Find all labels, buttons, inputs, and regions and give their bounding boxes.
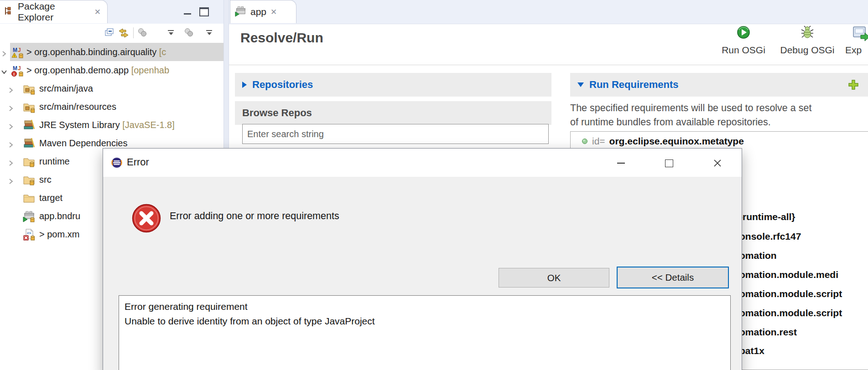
tree-item-decorator: [c: [159, 47, 166, 57]
tree-item-label: Maven Dependencies: [39, 138, 127, 148]
tree-item-label: app.bndru: [39, 211, 80, 221]
tree-item-src-main-java[interactable]: src/main/java: [0, 79, 223, 98]
section-expanded-icon[interactable]: [577, 82, 584, 87]
details-button-label: << Details: [652, 272, 694, 283]
bndrun-file-icon: [23, 210, 35, 225]
requirement-item-clipped[interactable]: omation.module.script: [739, 308, 842, 319]
requirement-item-clipped[interactable]: pat1x: [739, 345, 764, 356]
error-dialog: Error Error adding one or more requireme…: [103, 148, 742, 370]
dialog-title: Error: [127, 156, 149, 168]
section-title: Run Requirements: [589, 79, 679, 91]
tree-item-label: src/main/java: [39, 83, 93, 93]
action-label: Exp: [845, 45, 868, 56]
chevron-right-icon[interactable]: [1, 49, 7, 59]
tab-title: app: [250, 6, 266, 17]
package-explorer-toolbar: [0, 24, 223, 43]
tree-item-label: > pom.xm: [39, 229, 79, 239]
chevron-down-icon[interactable]: [1, 67, 7, 77]
section-repositories[interactable]: Repositories: [235, 73, 551, 97]
export-icon: [845, 26, 868, 42]
tree-item-label: runtime: [39, 156, 70, 166]
tree-item-demo-app-project[interactable]: MJ! > org.openhab.demo.app [openhab: [0, 61, 223, 79]
close-icon[interactable]: ✕: [270, 8, 277, 16]
section-title: Browse Repos: [242, 107, 312, 119]
folder-bnd-icon: [23, 155, 35, 170]
tab-app-editor[interactable]: app ✕: [230, 0, 296, 23]
requirement-item-clipped[interactable]: -runtime-all}: [739, 211, 795, 222]
tab-title: Package Explorer: [18, 1, 90, 23]
editor-tabstrip: [229, 0, 868, 24]
dialog-titlebar[interactable]: Error: [103, 149, 742, 177]
overlapping-circles-icon-2[interactable]: [183, 27, 194, 40]
maximize-view-icon[interactable]: [199, 7, 209, 16]
add-requirement-icon[interactable]: [848, 79, 859, 92]
tree-item-jre-system-library[interactable]: JRE System Library [JavaSE-1.8]: [0, 116, 223, 134]
requirement-value: org.eclipse.equinox.metatype: [609, 136, 744, 147]
details-line: Error generating requirement: [125, 299, 725, 314]
export-button[interactable]: Exp: [845, 26, 868, 57]
svg-text:!: !: [13, 72, 15, 77]
svg-text:<>: <>: [27, 231, 31, 235]
tree-item-src-main-resources[interactable]: src/main/resources: [0, 98, 223, 116]
maven-project-error-icon: MJ!: [11, 64, 24, 79]
details-button[interactable]: << Details: [617, 267, 729, 288]
requirement-item-clipped[interactable]: omation.module.medi: [739, 269, 838, 280]
tree-item-label: src: [39, 175, 52, 185]
chevron-right-icon[interactable]: [8, 158, 14, 169]
run-osgi-icon: [714, 26, 773, 42]
source-folder-icon: [23, 82, 35, 97]
details-line: Unable to derive identity from an object…: [125, 314, 725, 329]
debug-osgi-icon: [773, 26, 842, 42]
chevron-right-icon[interactable]: [8, 122, 14, 132]
overlapping-circles-icon[interactable]: [137, 27, 148, 40]
tree-item-label: src/main/resources: [39, 102, 116, 112]
minimize-view-icon[interactable]: [184, 13, 191, 15]
requirement-item-clipped[interactable]: omation.module.script: [739, 288, 842, 299]
chevron-right-icon[interactable]: [8, 176, 14, 187]
collapse-all-icon[interactable]: [104, 27, 115, 40]
dialog-message: Error adding one or more requirements: [170, 211, 339, 222]
tree-item-decorator: [openhab: [131, 65, 169, 75]
dialog-minimize-icon[interactable]: [614, 157, 627, 170]
eclipse-workbench: Package Explorer ✕: [0, 0, 868, 370]
svg-text:M: M: [13, 47, 17, 53]
action-label: Run OSGi: [714, 45, 773, 56]
svg-text:J: J: [18, 65, 21, 72]
tree-item-label: > org.openhab.binding.airquality: [26, 47, 159, 57]
section-collapsed-icon[interactable]: [242, 82, 247, 88]
eclipse-logo-icon: [111, 157, 123, 170]
form-separator: [229, 65, 868, 65]
toolbar-separator: [133, 27, 134, 38]
folder-icon: [23, 192, 35, 206]
tree-item-label: target: [39, 193, 62, 203]
search-input[interactable]: [242, 124, 549, 144]
ok-button[interactable]: OK: [499, 268, 609, 288]
requirement-bullet-icon: [582, 136, 588, 147]
debug-osgi-button[interactable]: Debug OSGi: [773, 26, 842, 57]
source-folder-icon: [23, 101, 35, 115]
chevron-right-icon[interactable]: [8, 103, 14, 114]
xml-file-error-icon: <>: [23, 228, 35, 243]
tree-item-airquality-project[interactable]: MJ! > org.openhab.binding.airquality [c: [0, 43, 223, 61]
section-browse-repos: Browse Repos: [235, 101, 551, 125]
requirement-item[interactable]: id=org.eclipse.equinox.metatype: [571, 132, 868, 147]
tree-item-label: > org.openhab.demo.app: [26, 65, 131, 75]
dialog-maximize-icon[interactable]: [663, 157, 676, 170]
dialog-close-icon[interactable]: [711, 157, 724, 170]
toolbar-overflow-icon[interactable]: [205, 29, 213, 38]
requirement-item-clipped[interactable]: omation.rest: [739, 327, 797, 338]
library-icon: [23, 137, 35, 152]
link-with-editor-icon[interactable]: [118, 27, 130, 41]
run-osgi-button[interactable]: Run OSGi: [714, 26, 773, 57]
chevron-right-icon[interactable]: [8, 85, 14, 96]
tab-package-explorer[interactable]: Package Explorer ✕: [0, 0, 108, 23]
action-label: Debug OSGi: [773, 45, 842, 56]
section-run-requirements[interactable]: Run Requirements: [570, 73, 868, 97]
chevron-right-icon[interactable]: [8, 140, 14, 150]
view-menu-icon[interactable]: [167, 29, 175, 38]
error-details-text[interactable]: Error generating requirement Unable to d…: [119, 295, 731, 370]
requirement-item-clipped[interactable]: omation: [739, 250, 777, 261]
library-icon: [23, 119, 35, 134]
close-icon[interactable]: ✕: [94, 8, 101, 16]
requirement-item-clipped[interactable]: onsole.rfc147: [739, 231, 801, 242]
